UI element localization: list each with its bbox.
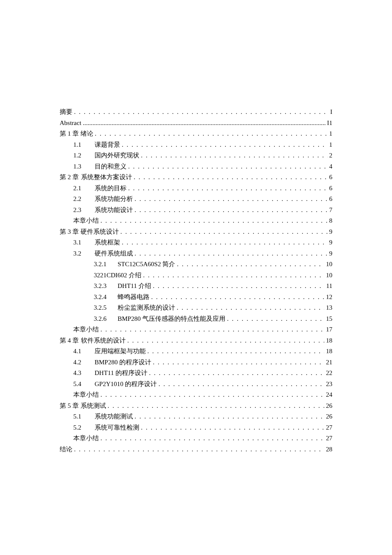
- toc-entry: 3221CDI602 介绍 10: [60, 270, 332, 281]
- toc-entry: 第 1 章 绪论 1: [60, 128, 332, 139]
- toc-entry: 2.2系统功能分析 6: [60, 194, 332, 205]
- toc-entry-page: 17: [324, 324, 332, 335]
- toc-leader: [101, 389, 324, 401]
- toc-entry-title: STC12C5A60S2 简介: [118, 259, 175, 270]
- toc-entry: 第 3 章 硬件系统设计 9: [60, 227, 332, 238]
- toc-entry-title: 软件系统的设计: [81, 335, 126, 346]
- toc-entry-page: 27: [324, 433, 332, 444]
- toc-page: 摘要 IAbstract I1第 1 章 绪论 11.1课题背景 11.2国内外…: [0, 0, 392, 455]
- toc-leader: [83, 118, 326, 129]
- toc-entry: 1.2国内外研究现状 2: [60, 150, 332, 161]
- toc-entry: 本章小结 24: [60, 389, 332, 401]
- toc-entry: 4.1应用端框架与功能 18: [60, 346, 332, 357]
- toc-leader: [74, 107, 329, 118]
- toc-entry-number: 3.2: [73, 248, 95, 259]
- toc-entry: 1.3目的和意义 4: [60, 161, 332, 172]
- toc-entry-number: 1.2: [73, 150, 95, 161]
- toc-leader: [127, 335, 324, 346]
- toc-entry-page: 1: [328, 128, 333, 139]
- toc-leader: [101, 215, 328, 227]
- toc-leader: [122, 237, 328, 248]
- toc-entry-title: 系统功能分析: [95, 194, 133, 205]
- toc-entry-title: DHT11 的程序设计: [95, 368, 147, 379]
- toc-entry-number: 2.2: [73, 194, 95, 205]
- toc-entry-page: 9: [328, 227, 333, 238]
- toc-entry-page: 23: [324, 379, 332, 390]
- toc-leader: [108, 401, 325, 412]
- toc-entry: 3.2.6BMP280 气压传感器的特点性能及应用 15: [60, 314, 332, 325]
- toc-entry-title: 系统功能设计: [95, 205, 133, 216]
- toc-leader: [159, 379, 324, 390]
- toc-entry-page: 12: [324, 292, 332, 303]
- toc-entry-number: 5.4: [73, 379, 95, 390]
- toc-entry: 第 2 章系统整体方案设计 6: [60, 172, 332, 183]
- toc-entry-page: 9: [328, 237, 333, 248]
- toc-entry-number: 4.3: [73, 368, 95, 379]
- toc-leader: [143, 270, 324, 281]
- toc-entry-number: 5.2: [73, 422, 95, 433]
- toc-entry: 5.1系统功能测试 26: [60, 411, 332, 422]
- toc-entry-page: 11: [325, 281, 332, 292]
- toc-entry: 3.2.5粉尘监测系统的设计 13: [60, 302, 332, 314]
- toc-entry-page: 6: [328, 172, 333, 183]
- table-of-contents: 摘要 IAbstract I1第 1 章 绪论 11.1课题背景 11.2国内外…: [60, 107, 332, 455]
- toc-leader: [128, 183, 328, 194]
- toc-entry-title: 应用端框架与功能: [95, 346, 146, 357]
- toc-entry-title: GP2Y1010 的程序设计: [95, 379, 157, 390]
- toc-entry: 5.2系统可靠性检测 27: [60, 422, 332, 433]
- toc-leader: [134, 172, 328, 183]
- toc-entry: 本章小结 27: [60, 433, 332, 444]
- toc-entry-title: 本章小结: [73, 215, 99, 227]
- toc-leader: [149, 368, 324, 379]
- toc-entry-title: DHT11 介绍: [118, 281, 151, 292]
- toc-entry-page: 26: [324, 401, 332, 412]
- toc-entry-title: 系统功能测试: [95, 411, 133, 422]
- toc-entry-page: 8: [328, 215, 333, 227]
- toc-leader: [177, 259, 324, 270]
- toc-entry: 2.3系统功能设计 7: [60, 205, 332, 216]
- toc-entry-page: 10: [324, 270, 332, 281]
- toc-entry-number: 4.2: [73, 357, 95, 368]
- toc-leader: [101, 324, 324, 335]
- toc-entry-number: 1.3: [73, 161, 95, 172]
- toc-leader: [128, 161, 328, 172]
- toc-entry-page: I: [329, 107, 332, 118]
- toc-entry-page: 7: [328, 205, 333, 216]
- toc-entry-number: 3.2.1: [94, 259, 118, 270]
- toc-entry-title: 目的和意义: [95, 161, 127, 172]
- toc-entry: 4.3DHT11 的程序设计 22: [60, 368, 332, 379]
- toc-leader: [227, 314, 324, 325]
- toc-entry-title: 课题背景: [95, 139, 120, 151]
- toc-entry: Abstract I1: [60, 118, 332, 129]
- toc-leader: [147, 346, 324, 357]
- toc-entry: 5.4GP2Y1010 的程序设计 23: [60, 379, 332, 390]
- toc-entry-page: 15: [324, 314, 332, 325]
- toc-entry-number: 3.2.6: [94, 314, 118, 325]
- toc-entry-number: 1.1: [73, 139, 95, 151]
- toc-entry-page: 26: [324, 411, 332, 422]
- toc-entry-number: 3.2.3: [94, 281, 118, 292]
- toc-entry-page: 18: [324, 346, 332, 357]
- toc-entry-number: 第 4 章: [60, 335, 81, 346]
- toc-entry-number: 2.3: [73, 205, 95, 216]
- toc-entry-title: 本章小结: [73, 389, 99, 401]
- toc-entry-title: 系统的目标: [95, 183, 127, 194]
- toc-entry-page: 6: [328, 194, 333, 205]
- toc-entry-page: 13: [324, 302, 332, 314]
- toc-entry-number: 第 2 章: [60, 172, 81, 183]
- toc-entry-title: Abstract: [60, 118, 81, 129]
- toc-entry-page: 22: [324, 368, 332, 379]
- toc-entry: 1.1课题背景 1: [60, 139, 332, 151]
- toc-entry: 3.2硬件系统组成 9: [60, 248, 332, 259]
- toc-entry-title: 系统整体方案设计: [81, 172, 132, 183]
- toc-leader: [101, 433, 324, 444]
- toc-leader: [74, 444, 324, 455]
- toc-leader: [177, 302, 324, 314]
- toc-entry-title: 硬件系统组成: [95, 248, 133, 259]
- toc-entry-page: 18: [324, 335, 332, 346]
- toc-entry-page: 10: [324, 259, 332, 270]
- toc-entry: 2.1系统的目标 6: [60, 183, 332, 194]
- toc-entry-title: 系统框架: [95, 237, 120, 248]
- toc-entry: 3.2.3DHT11 介绍 11: [60, 281, 332, 292]
- toc-entry-title: 第 3 章 硬件系统设计: [60, 227, 119, 238]
